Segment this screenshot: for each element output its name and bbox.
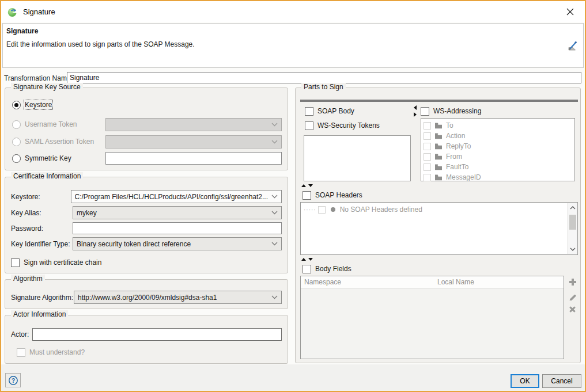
collapse-right-icon[interactable] [414, 112, 417, 117]
folder-icon [434, 143, 443, 150]
ws-addressing-checkbox[interactable] [421, 107, 429, 116]
svg-text:?: ? [11, 377, 14, 383]
chevron-down-icon [271, 123, 278, 127]
soap-headers-checkbox[interactable] [303, 191, 311, 200]
list-item: FaultTo [421, 162, 574, 172]
group-title: Algorithm [11, 275, 45, 283]
group-actor-information: Actor Information Actor: Must understand… [5, 315, 288, 364]
item-checkbox [424, 153, 431, 161]
body-fields-label[interactable]: Body Fields [315, 265, 351, 273]
chevron-down-icon [271, 242, 278, 246]
symmetric-key-radio-label[interactable]: Symmetric Key [25, 154, 105, 162]
chevron-down-icon [570, 248, 576, 251]
header-description: Edit the information used to sign parts … [6, 40, 195, 48]
node-bullet-icon [331, 207, 335, 212]
saml-token-radio [12, 138, 21, 146]
dialog-header: Signature Edit the information used to s… [2, 23, 584, 68]
soap-body-checkbox[interactable] [305, 107, 313, 116]
saml-token-radio-label: SAML Assertion Token [25, 138, 105, 146]
collapse-up-icon[interactable] [301, 184, 306, 187]
tree-item: ····· No SOAP Headers defined [301, 203, 577, 214]
ws-addressing-list: To Action ReplyTo [421, 118, 575, 181]
username-token-radio [12, 120, 21, 129]
vertical-split-divider[interactable] [413, 102, 417, 184]
symmetric-key-input[interactable] [105, 152, 282, 165]
actor-input[interactable] [32, 328, 282, 341]
symmetric-key-radio[interactable] [12, 154, 21, 163]
close-icon [566, 7, 574, 16]
column-header[interactable]: Namespace [301, 278, 437, 286]
password-label: Password: [11, 224, 73, 233]
chevron-down-icon [271, 295, 278, 299]
vertical-scrollbar[interactable] [568, 203, 577, 254]
body-fields-checkbox[interactable] [303, 265, 311, 273]
group-title: Certificate Information [11, 172, 83, 180]
chevron-down-icon [271, 195, 278, 199]
signature-algorithm-combo[interactable]: http://www.w3.org/2000/09/xmldsig#dsa-sh… [74, 291, 282, 304]
parts-split-pane: SOAP Body WS-Security Tokens [300, 100, 578, 360]
scrollbar-thumb[interactable] [569, 215, 576, 230]
transformation-name-input[interactable] [67, 72, 581, 83]
list-item: Action [421, 131, 574, 141]
scroll-down-button[interactable] [568, 245, 577, 254]
ws-security-tokens-label[interactable]: WS-Security Tokens [317, 121, 380, 130]
group-title: Parts to Sign [301, 83, 346, 91]
keystore-radio[interactable] [12, 101, 21, 109]
soap-headers-pane: SOAP Headers ····· No SOAP Headers defin… [300, 188, 578, 257]
close-button[interactable] [558, 1, 581, 22]
cancel-button[interactable]: Cancel [542, 374, 581, 388]
key-identifier-type-label: Key Identifier Type: [11, 240, 73, 248]
keystore-combo[interactable]: C:/Program Files/HCL/HCLProducts/API/con… [71, 190, 282, 203]
group-parts-to-sign: Parts to Sign SOAP Body WS-Security Toke… [295, 87, 581, 363]
item-checkbox [424, 163, 431, 171]
tree-branch: ····· [304, 207, 316, 213]
horizontal-split-divider[interactable] [300, 257, 578, 262]
collapse-up-icon[interactable] [301, 258, 306, 261]
group-signature-key-source: Signature Key Source Keystore Username T… [5, 87, 288, 170]
folder-icon [434, 174, 443, 181]
group-title: Signature Key Source [11, 83, 83, 91]
scroll-up-button[interactable] [568, 203, 577, 212]
ws-security-tokens-list[interactable] [304, 135, 411, 181]
horizontal-split-divider[interactable] [300, 184, 578, 188]
username-token-radio-label: Username Token [25, 120, 105, 128]
must-understand-label: Must understand? [29, 348, 85, 356]
add-row-button [568, 277, 577, 287]
password-input[interactable] [73, 222, 282, 234]
group-certificate-information: Certificate Information Keystore: C:/Pro… [5, 177, 288, 273]
keystore-label: Keystore: [11, 193, 71, 201]
empty-tree-message: No SOAP Headers defined [340, 205, 422, 214]
body-fields-pane: Body Fields Namespace Local Name [300, 262, 578, 360]
folder-icon [434, 132, 443, 139]
soap-headers-label[interactable]: SOAP Headers [315, 191, 362, 199]
key-alias-label: Key Alias: [11, 209, 73, 217]
ws-addressing-label[interactable]: WS-Addressing [433, 107, 481, 115]
signature-algorithm-label: Signature Algorithm: [11, 294, 74, 302]
saml-token-combo [105, 135, 282, 149]
key-identifier-type-combo[interactable]: Binary security token direct reference [73, 237, 282, 250]
help-button[interactable]: ? [5, 373, 21, 387]
header-title: Signature [6, 27, 38, 35]
edit-row-button [568, 291, 577, 300]
keystore-radio-label[interactable]: Keystore [25, 101, 52, 109]
item-checkbox [424, 122, 431, 130]
folder-icon [434, 153, 443, 160]
ws-security-tokens-checkbox[interactable] [305, 121, 313, 130]
soap-body-pane: SOAP Body WS-Security Tokens [300, 102, 413, 184]
ok-button[interactable]: OK [511, 374, 539, 388]
sign-with-certificate-chain-label[interactable]: Sign with certificate chain [24, 258, 101, 267]
signature-pen-icon [567, 40, 579, 51]
list-item: From [421, 151, 574, 162]
collapse-left-icon[interactable] [414, 105, 417, 110]
sign-with-certificate-chain-checkbox[interactable] [11, 258, 20, 267]
collapse-down-icon[interactable] [308, 258, 313, 261]
column-header[interactable]: Local Name [437, 278, 564, 286]
soap-body-label[interactable]: SOAP Body [317, 107, 354, 115]
key-alias-combo[interactable]: mykey [73, 206, 282, 219]
body-fields-table[interactable]: Namespace Local Name [300, 276, 564, 359]
collapse-down-icon[interactable] [308, 184, 313, 187]
must-understand-checkbox [17, 348, 25, 357]
delete-row-button [568, 305, 577, 314]
item-checkbox [424, 174, 431, 181]
list-item: MessageID [421, 172, 574, 182]
